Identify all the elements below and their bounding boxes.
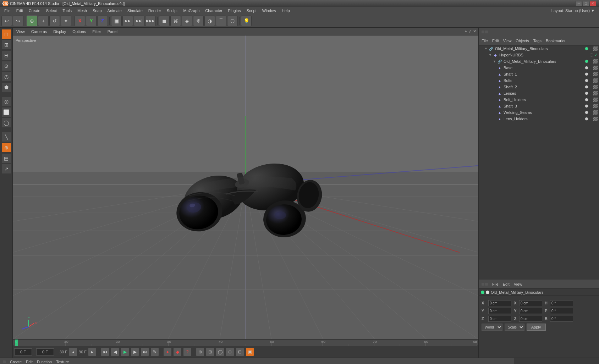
vp-menu-display[interactable]: Display bbox=[52, 29, 67, 34]
x-pos-input[interactable] bbox=[488, 300, 511, 306]
obj-row-shaft2[interactable]: ▲ Shaft_2 bbox=[479, 84, 599, 90]
loop-btn[interactable]: ↻ bbox=[150, 348, 159, 356]
play-btn[interactable]: ▶ bbox=[121, 348, 129, 356]
layer-btn[interactable]: ▤ bbox=[1, 153, 11, 163]
h-rot-input[interactable] bbox=[550, 300, 573, 306]
record-btn[interactable]: ● bbox=[163, 348, 172, 356]
vp-corner-x[interactable]: ✕ bbox=[473, 29, 476, 34]
pos-keys-btn[interactable]: ⊙ bbox=[226, 348, 234, 356]
obj-row-root[interactable]: ▼ 🔗 Old_Metal_Military_Binoculars bbox=[479, 45, 599, 52]
scale-dropdown[interactable]: Scale Size bbox=[505, 324, 524, 331]
attr-view-menu[interactable]: View bbox=[514, 282, 522, 286]
timeline-ruler[interactable]: 10 20 30 40 50 60 70 80 90 bbox=[13, 340, 478, 346]
camera-btn[interactable]: ⬡ bbox=[227, 16, 238, 26]
vp-corner-plus[interactable]: + bbox=[465, 29, 467, 34]
world-dropdown[interactable]: World Object bbox=[482, 324, 502, 331]
scale-tool-button[interactable]: + bbox=[38, 16, 49, 26]
obj-row-lenses[interactable]: ▲ Lenses bbox=[479, 90, 599, 96]
mesh-mode-btn[interactable]: ⊞ bbox=[1, 40, 11, 50]
magnet-btn[interactable]: ⊕ bbox=[1, 143, 11, 153]
menu-file[interactable]: File bbox=[1, 8, 13, 13]
point-mode-btn[interactable]: ⊙ bbox=[1, 61, 11, 71]
box-select-btn[interactable]: ⬜ bbox=[1, 107, 11, 117]
scene-btn[interactable]: ◑ bbox=[204, 16, 215, 26]
move-tool-button[interactable]: ⊕ bbox=[27, 16, 37, 26]
vp-menu-cameras[interactable]: Cameras bbox=[30, 29, 49, 34]
particle-btn[interactable]: ❋ bbox=[193, 16, 204, 26]
param-keys-btn[interactable]: ⊟ bbox=[236, 348, 244, 356]
vp-menu-panel[interactable]: Panel bbox=[106, 29, 119, 34]
menu-mograph[interactable]: MoGraph bbox=[180, 8, 202, 13]
menu-snap[interactable]: Snap bbox=[90, 8, 105, 13]
menu-render[interactable]: Render bbox=[145, 8, 164, 13]
timeline-view-btn[interactable]: ▣ bbox=[246, 348, 254, 356]
current-frame-input[interactable] bbox=[14, 348, 32, 355]
expand-icon[interactable]: ▼ bbox=[484, 47, 488, 50]
menu-select[interactable]: Select bbox=[43, 8, 60, 13]
keyframe-btn[interactable]: ◆ bbox=[173, 348, 182, 356]
ring-select-btn[interactable]: ◯ bbox=[1, 118, 11, 128]
next-frame-btn[interactable]: ▶ bbox=[131, 348, 139, 356]
frame-counter-input[interactable] bbox=[36, 348, 54, 355]
obj-file-menu[interactable]: File bbox=[482, 39, 488, 43]
deform-btn[interactable]: ◈ bbox=[182, 16, 192, 26]
expand-icon-2[interactable]: ▼ bbox=[489, 53, 492, 57]
vp-menu-view[interactable]: View bbox=[15, 29, 26, 34]
apply-button[interactable]: Apply bbox=[527, 324, 546, 331]
rot-keys-btn[interactable]: ◯ bbox=[216, 348, 224, 356]
vp-menu-filter[interactable]: Filter bbox=[91, 29, 102, 34]
mat-function-btn[interactable]: Function bbox=[37, 360, 52, 364]
vp-corner-arrows[interactable]: ⤢ bbox=[468, 29, 472, 34]
close-button[interactable]: ✕ bbox=[590, 1, 596, 6]
select-all-btn[interactable]: ◎ bbox=[1, 96, 11, 106]
y-size-input[interactable] bbox=[519, 308, 542, 314]
goto-end-btn[interactable]: ⏭ bbox=[141, 348, 149, 356]
mat-texture-btn[interactable]: Texture bbox=[56, 360, 69, 364]
keyframe-auto-btn[interactable]: ? bbox=[183, 348, 192, 356]
obj-edit-menu[interactable]: Edit bbox=[492, 39, 499, 43]
cube-btn[interactable]: ◼ bbox=[159, 16, 170, 26]
render-all-btn[interactable]: ▶▶▶ bbox=[145, 16, 156, 26]
menu-sculpt[interactable]: Sculpt bbox=[164, 8, 181, 13]
anim-mode-btn[interactable]: ⬟ bbox=[1, 82, 11, 92]
menu-mesh[interactable]: Mesh bbox=[75, 8, 90, 13]
rotate-tool-button[interactable]: ↺ bbox=[49, 16, 60, 26]
light-btn[interactable]: 💡 bbox=[241, 16, 252, 26]
menu-window[interactable]: Window bbox=[259, 8, 279, 13]
attr-edit-menu[interactable]: Edit bbox=[503, 282, 510, 286]
menu-edit[interactable]: Edit bbox=[13, 8, 26, 13]
render-preview-btn[interactable]: ▶▶ bbox=[122, 16, 133, 26]
maximize-button[interactable]: □ bbox=[583, 1, 589, 6]
x-axis-btn[interactable]: X bbox=[75, 16, 85, 26]
mat-create-btn[interactable]: Create bbox=[10, 360, 22, 364]
obj-bookmarks-menu[interactable]: Bookmarks bbox=[546, 39, 565, 43]
obj-tags-menu[interactable]: Tags bbox=[533, 39, 542, 43]
obj-row-bolts[interactable]: ▲ Bolts bbox=[479, 77, 599, 84]
z-size-input[interactable] bbox=[519, 316, 542, 322]
x-size-input[interactable] bbox=[519, 300, 542, 306]
model-mode-btn[interactable]: ◻ bbox=[1, 29, 11, 39]
obj-row-belt[interactable]: ▲ Belt_Holders bbox=[479, 96, 599, 103]
obj-row-binoculars-nested[interactable]: ▼ 🔗 Old_Metal_Military_Binoculars bbox=[479, 58, 599, 65]
z-pos-input[interactable] bbox=[488, 316, 511, 322]
hair-btn[interactable]: ⌒ bbox=[216, 16, 226, 26]
menu-help[interactable]: Help bbox=[279, 8, 293, 13]
move-keys-btn[interactable]: ⊕ bbox=[196, 348, 204, 356]
obj-row-base[interactable]: ▲ Base bbox=[479, 65, 599, 71]
prev-frame-btn[interactable]: ◀ bbox=[111, 348, 119, 356]
expand-icon-3[interactable]: ▼ bbox=[493, 60, 496, 63]
obj-view-menu[interactable]: View bbox=[503, 39, 512, 43]
minimize-button[interactable]: ─ bbox=[576, 1, 582, 6]
obj-row-welding[interactable]: ▲ Welding_Seams bbox=[479, 109, 599, 116]
fps-down-btn[interactable]: ◂ bbox=[69, 348, 77, 356]
undo-button[interactable]: ↩ bbox=[1, 16, 12, 26]
uvw-mode-btn[interactable]: ◷ bbox=[1, 72, 11, 82]
menu-plugins[interactable]: Plugins bbox=[225, 8, 244, 13]
menu-simulate[interactable]: Simulate bbox=[125, 8, 145, 13]
knife-btn[interactable]: ╲ bbox=[1, 132, 11, 142]
layout-selector[interactable]: Layout: Startup (User) ▼ bbox=[551, 9, 598, 13]
obj-row-lensh[interactable]: ▲ Lens_Holders bbox=[479, 116, 599, 122]
object-mode-btn[interactable]: ▣ bbox=[111, 16, 122, 26]
redo-button[interactable]: ↪ bbox=[13, 16, 23, 26]
obj-row-shaft3[interactable]: ▲ Shaft_3 bbox=[479, 103, 599, 109]
